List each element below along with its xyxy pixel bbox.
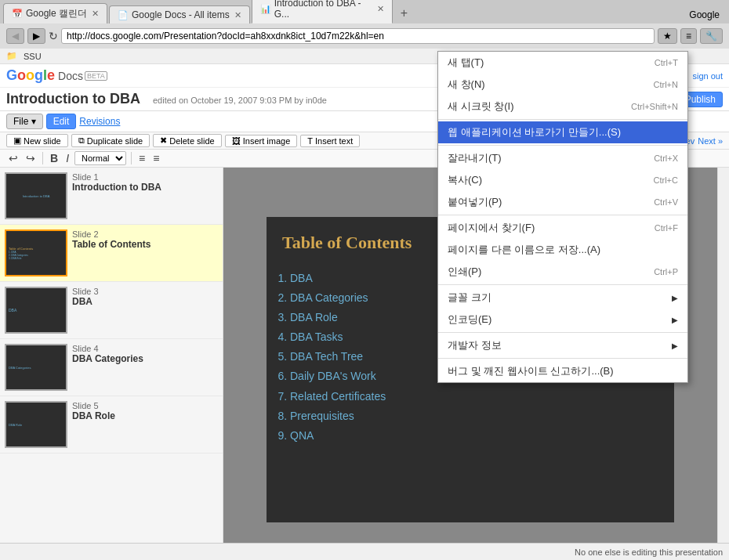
slide-title-1: Introduction to DBA (72, 182, 218, 193)
google-docs-logo[interactable]: Google Docs BETA (6, 67, 107, 84)
redo-button[interactable]: ↪ (24, 151, 38, 165)
tab-intro-dba-close[interactable]: ✕ (377, 4, 384, 14)
slide-item-4[interactable]: DBA Categories Slide 4 DBA Categories (0, 339, 223, 396)
menu-item-dev-info-arrow: ▶ (672, 341, 678, 350)
menu-item-encoding[interactable]: 인코딩(E) ▶ (438, 309, 687, 331)
menu-sep-6 (438, 358, 687, 359)
slide-item-1[interactable]: Introduction to DBA Slide 1 Introduction… (0, 168, 223, 225)
tab-calendar[interactable]: 📅 Google 캘린더 ✕ (3, 3, 107, 23)
bookmark-item[interactable]: SSU (24, 52, 42, 61)
align-center-button[interactable]: ≡ (151, 151, 161, 165)
back-button[interactable]: ◀ (6, 28, 24, 44)
bookmark-folder-icon: 📁 (6, 51, 17, 61)
image-icon: 🖼 (232, 136, 241, 146)
menu-item-save-as[interactable]: 페이지를 다른 이름으로 저장...(A) (438, 239, 687, 261)
new-slide-button[interactable]: ▣ New slide (6, 134, 68, 147)
menu-item-print-shortcut: Ctrl+P (654, 267, 678, 276)
list-item: QNA (290, 426, 651, 446)
duplicate-slide-button[interactable]: ⧉ Duplicate slide (71, 134, 151, 147)
status-bar: No one else is editing this presentation (0, 543, 729, 560)
insert-image-button[interactable]: 🖼 Insert image (225, 135, 298, 147)
insert-text-button[interactable]: T Insert text (300, 135, 360, 147)
menu-item-font-size-arrow: ▶ (672, 294, 678, 302)
menu-item-cut[interactable]: 잘라내기(T) Ctrl+X (438, 147, 687, 169)
slide-item-2[interactable]: Table of Contents 1. DBA 2. DBA Categori… (0, 225, 223, 282)
menu-item-report-label: 버그 및 깨진 웹사이트 신고하기...(B) (448, 364, 678, 378)
refresh-button[interactable]: ↻ (49, 30, 58, 42)
google-o1: o (17, 67, 26, 84)
menu-item-cut-label: 잘라내기(T) (448, 151, 638, 165)
file-menu-button[interactable]: File ▾ (6, 114, 43, 129)
menu-item-new-window-label: 새 창(N) (448, 78, 638, 92)
doc-edited: edited on October 19, 2007 9:03 PM by in… (153, 96, 327, 105)
menu-item-report[interactable]: 버그 및 깨진 웹사이트 신고하기...(B) (438, 360, 687, 382)
slide-thumb-4: DBA Categories (5, 344, 67, 391)
menu-item-dev-info-label: 개발자 정보 (448, 338, 669, 352)
next-slide-button[interactable]: Next » (698, 136, 723, 146)
right-sidebar[interactable] (717, 168, 729, 560)
slide-thumb-3: DBA (5, 287, 67, 334)
style-select[interactable]: Normal (74, 151, 126, 165)
status-message: No one else is editing this presentation (575, 547, 723, 557)
slide-title-3: DBA (72, 296, 218, 307)
slide-thumb-1: Introduction to DBA (5, 172, 67, 219)
italic-button[interactable]: I (63, 151, 71, 165)
slide-thumb-2: Table of Contents 1. DBA 2. DBA Categori… (5, 229, 67, 276)
tab-calendar-close[interactable]: ✕ (92, 9, 99, 19)
slide-title-4: DBA Categories (72, 353, 218, 364)
revisions-button[interactable]: Revisions (79, 116, 120, 127)
menu-item-copy-label: 복사(C) (448, 173, 638, 187)
tab-docs-all-label: Google Docs - All items (132, 9, 230, 20)
menu-item-dev-info[interactable]: 개발자 정보 ▶ (438, 334, 687, 356)
menu-item-new-secret[interactable]: 새 시크릿 창(I) Ctrl+Shift+N (438, 96, 687, 117)
slide-item-5[interactable]: DBA Role Slide 5 DBA Role (0, 396, 223, 453)
new-slide-icon: ▣ (13, 135, 21, 146)
menu-item-paste[interactable]: 붙여넣기(P) Ctrl+V (438, 191, 687, 213)
tab-docs-all-close[interactable]: ✕ (234, 10, 241, 20)
address-bar-area: ◀ ▶ ↻ ★ ≡ 🔧 (0, 23, 729, 49)
browser-google-label: Google (683, 6, 726, 23)
align-left-button[interactable]: ≡ (136, 151, 147, 165)
duplicate-label: Duplicate slide (87, 136, 143, 146)
undo-button[interactable]: ↩ (6, 151, 20, 165)
slide-item-3[interactable]: DBA Slide 3 DBA (0, 282, 223, 339)
menu-sep-1 (438, 119, 687, 120)
page-menu-button[interactable]: ≡ (680, 28, 697, 44)
bold-button[interactable]: B (48, 151, 60, 165)
docs-label: Docs (58, 70, 83, 82)
menu-item-new-window[interactable]: 새 창(N) Ctrl+N (438, 74, 687, 96)
menu-item-cut-shortcut: Ctrl+X (654, 154, 678, 163)
slide-label-3: Slide 3 (72, 287, 218, 296)
insert-text-label: Insert text (315, 136, 353, 146)
tab-bar: 📅 Google 캘린더 ✕ 📄 Google Docs - All items… (0, 0, 729, 23)
menu-item-font-size[interactable]: 글꼴 크기 ▶ (438, 287, 687, 309)
tab-intro-dba[interactable]: 📊 Introduction to DBA - G... ✕ (252, 0, 393, 23)
new-tab-button[interactable]: + (394, 3, 414, 23)
url-input[interactable] (61, 28, 655, 44)
menu-item-font-size-label: 글꼴 크기 (448, 291, 669, 305)
menu-item-web-app[interactable]: 웹 애플리케이션 바로가기 만들기...(S) (438, 121, 687, 143)
tab-docs-all[interactable]: 📄 Google Docs - All items ✕ (109, 5, 250, 23)
sign-out-link[interactable]: sign out (692, 71, 723, 81)
bookmark-button[interactable]: ★ (658, 28, 677, 44)
google-o2: o (26, 67, 34, 84)
delete-slide-button[interactable]: ✖ Delete slide (153, 134, 221, 147)
menu-item-new-secret-shortcut: Ctrl+Shift+N (631, 102, 678, 111)
menu-item-find[interactable]: 페이지에서 찾기(F) Ctrl+F (438, 217, 687, 239)
forward-button[interactable]: ▶ (27, 28, 45, 44)
menu-item-print[interactable]: 인쇄(P) Ctrl+P (438, 261, 687, 283)
menu-sep-5 (438, 332, 687, 333)
menu-item-copy[interactable]: 복사(C) Ctrl+C (438, 169, 687, 191)
text-icon: T (307, 136, 313, 146)
menu-item-new-tab[interactable]: 새 탭(T) Ctrl+T (438, 52, 687, 74)
new-slide-label: New slide (24, 136, 61, 146)
tools-button[interactable]: 🔧 (700, 28, 723, 44)
menu-item-print-label: 인쇄(P) (448, 265, 638, 279)
slide-label-2: Slide 2 (72, 229, 218, 239)
edit-button[interactable]: Edit (46, 114, 77, 129)
duplicate-icon: ⧉ (78, 135, 85, 146)
slide-thumb-content-4: DBA Categories (6, 345, 66, 389)
menu-item-encoding-label: 인코딩(E) (448, 313, 669, 327)
insert-image-label: Insert image (243, 136, 291, 146)
tab-calendar-label: Google 캘린더 (26, 7, 87, 20)
